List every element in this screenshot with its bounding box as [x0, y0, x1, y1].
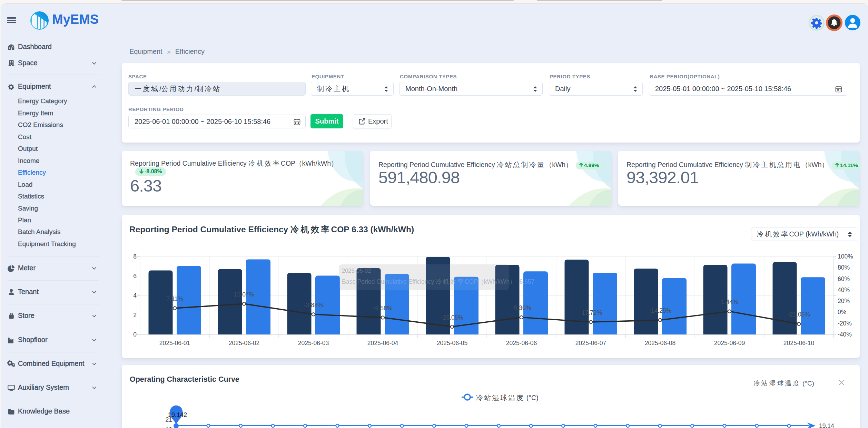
svg-text:-3.88%: -3.88% [304, 302, 323, 309]
svg-text:-9.58%: -9.58% [373, 305, 392, 312]
svg-text:2025-06-03: 2025-06-03 [298, 340, 329, 347]
svg-text:19.14: 19.14 [819, 422, 834, 428]
svg-text:8: 8 [133, 253, 137, 260]
svg-text:2025-05-02: 2025-05-02 [342, 268, 371, 274]
svg-text:19.142: 19.142 [168, 411, 187, 418]
svg-text:15.07%: 15.07% [234, 291, 254, 298]
svg-text:-20%: -20% [838, 320, 852, 327]
svg-text:60%: 60% [838, 275, 850, 282]
svg-text:2025-06-04: 2025-06-04 [367, 340, 398, 347]
svg-text:Base Period Cumulative Efficie: Base Period Cumulative Efficiency 冷机效率CO… [342, 278, 534, 285]
svg-text:2025-06-06: 2025-06-06 [506, 340, 537, 347]
svg-text:-17.72%: -17.72% [580, 309, 602, 316]
svg-text:40%: 40% [838, 286, 850, 293]
svg-text:1.44%: 1.44% [721, 299, 738, 305]
svg-text:7.11%: 7.11% [166, 295, 183, 302]
svg-text:2: 2 [133, 312, 137, 319]
svg-text:2025-06-08: 2025-06-08 [645, 340, 676, 347]
svg-text:-40%: -40% [838, 331, 852, 338]
svg-text:100%: 100% [838, 253, 853, 260]
svg-text:6: 6 [133, 273, 137, 280]
svg-text:20%: 20% [838, 298, 850, 304]
svg-text:-9.30%: -9.30% [512, 304, 531, 311]
svg-text:2025-06-02: 2025-06-02 [229, 340, 260, 347]
svg-text:80%: 80% [838, 264, 850, 271]
svg-text:2025-06-10: 2025-06-10 [783, 340, 815, 347]
svg-text:0%: 0% [838, 309, 846, 315]
svg-text:2025-06-01: 2025-06-01 [159, 340, 190, 347]
svg-text:-26.05%: -26.05% [441, 314, 463, 321]
svg-text:-14.25%: -14.25% [649, 307, 671, 314]
svg-text:18: 18 [166, 426, 172, 428]
svg-text:2025-06-07: 2025-06-07 [575, 340, 606, 347]
svg-text:2025-06-09: 2025-06-09 [714, 340, 745, 347]
svg-text:4: 4 [133, 292, 137, 299]
svg-text:2025-06-05: 2025-06-05 [437, 340, 468, 347]
svg-text:-21.05%: -21.05% [788, 311, 810, 318]
svg-text:0: 0 [133, 331, 137, 338]
